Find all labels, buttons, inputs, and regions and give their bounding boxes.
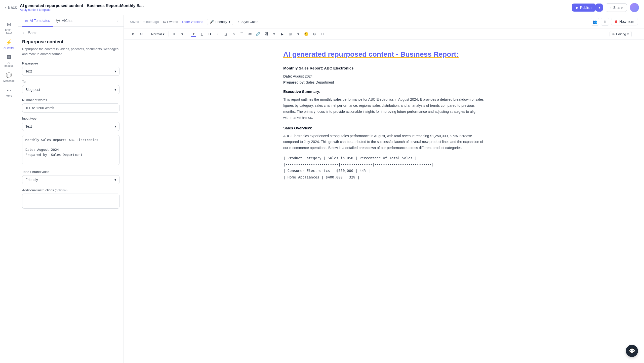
chat-bubble-button[interactable]: 💬 xyxy=(626,345,638,357)
older-versions-link[interactable]: Older versions xyxy=(182,20,203,24)
italic-button[interactable]: I xyxy=(214,30,221,38)
new-item-button[interactable]: New Item xyxy=(611,18,638,25)
table-row-2: | Home Appliances | $400,000 | 32% | xyxy=(283,174,485,180)
editor-area: Saved 1 minute ago 671 words Older versi… xyxy=(124,15,644,363)
play-button[interactable]: ▶ xyxy=(279,30,286,38)
input-type-label: Input type xyxy=(22,117,119,120)
publish-button[interactable]: ▶ Publish xyxy=(572,4,596,12)
repurpose-label: Repurpose xyxy=(22,61,119,65)
table-button[interactable]: ⊞ xyxy=(287,30,294,38)
sidebar-item-message-label: Message xyxy=(3,79,15,82)
document-date: Date: August 2024 xyxy=(283,74,485,78)
numbered-list-button[interactable]: ≔ xyxy=(247,30,254,38)
sales-overview-text: ABC Electronics experienced strong sales… xyxy=(283,133,485,151)
sidebar-item-ai-images-label: AI Images xyxy=(4,61,15,67)
words-input[interactable] xyxy=(22,103,119,113)
icon-sidebar: ⊞ Brief + SEO ⚡ AI Writer 🖼 AI Images 💬 … xyxy=(0,15,18,363)
tone-button[interactable]: 🎤 Friendly ▾ xyxy=(207,19,233,25)
editing-chevron-icon: ▾ xyxy=(627,32,629,36)
clear-format-button[interactable]: ⊘ xyxy=(311,30,318,38)
repurpose-select-chevron-icon: ▾ xyxy=(114,69,116,73)
emoji-button[interactable]: 🙂 xyxy=(303,30,310,38)
sidebar-item-ai-images[interactable]: 🖼 AI Images xyxy=(2,52,17,69)
sidebar-item-more[interactable]: ··· More xyxy=(2,85,17,99)
sidebar-item-message[interactable]: 💬 Message xyxy=(2,70,17,84)
additional-textarea[interactable] xyxy=(22,194,119,209)
tone-select-value: Friendly xyxy=(25,178,38,182)
share-button[interactable]: ↑ Share xyxy=(606,3,627,12)
publish-group: ▶ Publish ▾ xyxy=(572,4,603,12)
panel-close-button[interactable]: ‹ xyxy=(116,18,119,24)
content-textarea[interactable]: Monthly Sales Report: ABC Electronics Da… xyxy=(22,135,119,165)
meta-right: 👥 ⬆ New Item xyxy=(591,18,638,26)
back-link-label: Back xyxy=(28,31,37,35)
additional-field: Additional instructions (optional) xyxy=(22,188,119,209)
align-left-button[interactable]: ≡ xyxy=(171,30,178,38)
sidebar-item-ai-writer-label: AI Writer xyxy=(4,46,14,49)
back-link[interactable]: ← Back xyxy=(22,31,119,35)
message-icon: 💬 xyxy=(6,72,12,78)
apply-template-link[interactable]: Apply content template xyxy=(20,8,144,12)
style-guide-button[interactable]: ✓ Style Guide xyxy=(237,20,258,24)
aichat-icon: 💬 xyxy=(56,19,60,23)
bold-button[interactable]: B xyxy=(206,30,213,38)
back-button[interactable]: ‹ Back xyxy=(5,5,17,10)
main-layout: ⊞ Brief + SEO ⚡ AI Writer 🖼 AI Images 💬 … xyxy=(0,15,644,363)
header-right: ▶ Publish ▾ ↑ Share xyxy=(572,3,639,12)
document-prepared-by: Prepared by: Sales Department xyxy=(283,80,485,84)
redo-button[interactable]: ↻ xyxy=(138,30,145,38)
toolbar-more-button[interactable]: ··· xyxy=(633,32,638,36)
tone-select-chevron-icon: ▾ xyxy=(114,178,116,182)
share-meta-icon-btn[interactable]: ⬆ xyxy=(601,18,609,26)
style-guide-icon: ✓ xyxy=(237,20,240,24)
avatar[interactable] xyxy=(630,3,639,12)
input-type-field: Input type Text ▾ xyxy=(22,117,119,131)
toolbar-divider-3 xyxy=(188,31,188,37)
publish-caret-button[interactable]: ▾ xyxy=(596,4,603,12)
users-icon-btn[interactable]: 👥 xyxy=(591,18,599,26)
image-dropdown-button[interactable]: ▾ xyxy=(271,30,278,38)
to-label: To xyxy=(22,80,119,84)
text-color-button[interactable]: T xyxy=(190,30,197,38)
editing-label: Editing xyxy=(616,32,626,36)
link-button[interactable]: 🔗 xyxy=(255,30,262,38)
repurpose-select[interactable]: Text ▾ xyxy=(22,67,119,76)
input-type-select[interactable]: Text ▾ xyxy=(22,122,119,131)
tab-aichat-label: AIChat xyxy=(62,19,73,23)
additional-label: Additional instructions (optional) xyxy=(22,188,119,192)
table-dropdown-button[interactable]: ▾ xyxy=(295,30,302,38)
editor-content[interactable]: AI generated repurposed content - Busine… xyxy=(263,40,505,363)
strikethrough-button[interactable]: S xyxy=(230,30,237,38)
sidebar-item-brief-seo[interactable]: ⊞ Brief + SEO xyxy=(2,19,17,36)
meta-left: Saved 1 minute ago 671 words Older versi… xyxy=(130,19,258,25)
ai-templates-icon: ⊞ xyxy=(25,19,28,23)
back-link-arrow-icon: ← xyxy=(22,31,26,35)
tab-aichat[interactable]: 💬 AIChat xyxy=(53,15,76,27)
sales-overview-title: Sales Overview: xyxy=(283,126,485,130)
underline-button[interactable]: U xyxy=(222,30,229,38)
tone-select[interactable]: Friendly ▾ xyxy=(22,175,119,184)
input-type-select-value: Text xyxy=(25,124,32,128)
editing-badge[interactable]: ✏ Editing ▾ xyxy=(610,31,632,37)
tab-ai-templates[interactable]: ⊞ AI Templates xyxy=(22,15,53,27)
more-dots-icon: ··· xyxy=(7,87,11,93)
repurpose-select-value: Text xyxy=(25,69,32,73)
share-icon: ↑ xyxy=(610,6,612,10)
back-arrow-icon: ‹ xyxy=(5,5,6,10)
repurpose-title: Repurpose content xyxy=(22,39,119,45)
editing-pen-icon: ✏ xyxy=(612,32,615,36)
comment-button[interactable]: □ xyxy=(319,30,326,38)
align-dropdown-button[interactable]: ▾ xyxy=(179,30,186,38)
to-select[interactable]: Blog post ▾ xyxy=(22,85,119,94)
chat-bubble-icon: 💬 xyxy=(629,348,635,354)
prepared-value: Sales Department xyxy=(306,80,334,84)
bullet-list-button[interactable]: ☰ xyxy=(238,30,246,38)
tab-ai-templates-label: AI Templates xyxy=(30,19,50,23)
sidebar-item-ai-writer[interactable]: ⚡ AI Writer xyxy=(2,37,17,51)
undo-button[interactable]: ↺ xyxy=(130,30,137,38)
highlight-button[interactable]: T xyxy=(198,30,205,38)
page-title: AI generated repurposed content - Busine… xyxy=(20,4,144,8)
header-left: ‹ Back AI generated repurposed content -… xyxy=(5,4,144,12)
image-button[interactable]: 🖼 xyxy=(263,30,270,38)
paragraph-style-dropdown[interactable]: Normal ▾ xyxy=(149,30,167,38)
